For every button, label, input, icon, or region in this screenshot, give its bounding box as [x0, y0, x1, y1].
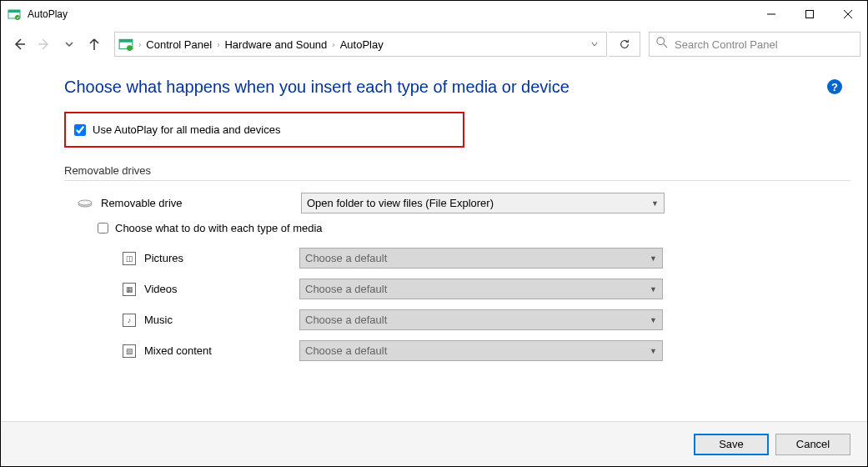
videos-icon: ▦: [123, 283, 136, 296]
back-button[interactable]: [8, 33, 31, 56]
address-dropdown[interactable]: [586, 37, 603, 52]
recent-dropdown[interactable]: [58, 33, 81, 56]
chevron-down-icon: ▼: [650, 254, 657, 263]
search-box[interactable]: [649, 32, 860, 57]
mixed-content-icon: ▧: [123, 344, 136, 358]
choose-media-type-checkbox[interactable]: [98, 223, 108, 234]
chevron-down-icon: ▼: [650, 347, 657, 355]
help-icon[interactable]: ?: [827, 79, 842, 94]
maximize-button[interactable]: [790, 1, 829, 28]
media-row-mixed: ▧ Mixed content Choose a default ▼: [123, 340, 850, 361]
cancel-button[interactable]: Cancel: [775, 434, 850, 455]
window-icon: [8, 8, 21, 21]
use-autoplay-checkbox[interactable]: [74, 124, 86, 136]
address-bar[interactable]: › Control Panel › Hardware and Sound › A…: [114, 32, 607, 57]
breadcrumb-item[interactable]: AutoPlay: [340, 38, 384, 51]
svg-line-11: [664, 44, 667, 48]
media-label: Pictures: [144, 252, 299, 264]
use-autoplay-checkbox-row[interactable]: Use AutoPlay for all media and devices: [74, 123, 454, 136]
search-icon: [656, 37, 668, 52]
media-row-pictures: ◫ Pictures Choose a default ▼: [123, 248, 850, 269]
music-select[interactable]: Choose a default ▼: [299, 309, 663, 330]
videos-select[interactable]: Choose a default ▼: [299, 279, 663, 299]
minimize-button[interactable]: [752, 1, 790, 28]
media-label: Mixed content: [144, 344, 299, 357]
chevron-down-icon: ▼: [650, 316, 657, 324]
section-removable-title: Removable drives: [64, 164, 850, 177]
svg-point-13: [78, 200, 92, 205]
svg-rect-8: [119, 39, 133, 42]
footer: Save Cancel: [1, 421, 867, 466]
nav-bar: › Control Panel › Hardware and Sound › A…: [1, 28, 867, 61]
svg-point-2: [15, 15, 20, 20]
chevron-right-icon[interactable]: ›: [332, 40, 334, 49]
use-autoplay-label: Use AutoPlay for all media and devices: [93, 123, 280, 136]
close-button[interactable]: [829, 1, 867, 28]
choose-media-type-checkbox-row[interactable]: Choose what to do with each type of medi…: [98, 222, 850, 234]
up-button[interactable]: [83, 33, 106, 56]
breadcrumb-item[interactable]: Hardware and Sound: [224, 38, 327, 51]
breadcrumb: › Control Panel › Hardware and Sound › A…: [138, 38, 586, 51]
music-icon: ♪: [123, 314, 136, 327]
search-input[interactable]: [675, 38, 853, 51]
chevron-right-icon[interactable]: ›: [138, 40, 141, 49]
chevron-right-icon[interactable]: ›: [217, 40, 219, 49]
media-label: Music: [144, 314, 299, 326]
window-title: AutoPlay: [28, 8, 752, 20]
address-icon: [118, 37, 133, 52]
chevron-down-icon: ▼: [651, 199, 659, 208]
page-heading: Choose what happens when you insert each…: [64, 78, 850, 97]
removable-drive-label: Removable drive: [101, 197, 301, 209]
media-label: Videos: [144, 283, 299, 295]
divider: [64, 180, 850, 181]
drive-icon: [78, 196, 93, 211]
chevron-down-icon: ▼: [650, 285, 657, 294]
content-scroll[interactable]: ? Choose what happens when you insert ea…: [1, 61, 867, 421]
removable-drive-select[interactable]: Open folder to view files (File Explorer…: [301, 193, 665, 213]
removable-drive-row: Removable drive Open folder to view file…: [64, 193, 850, 213]
choose-media-type-label: Choose what to do with each type of medi…: [115, 222, 323, 234]
svg-point-10: [657, 38, 665, 45]
breadcrumb-item[interactable]: Control Panel: [146, 38, 212, 51]
pictures-select[interactable]: Choose a default ▼: [299, 248, 663, 269]
media-row-music: ♪ Music Choose a default ▼: [123, 309, 850, 330]
svg-rect-4: [806, 11, 814, 18]
title-bar: AutoPlay: [1, 1, 867, 28]
pictures-icon: ◫: [123, 252, 136, 265]
media-row-videos: ▦ Videos Choose a default ▼: [123, 279, 850, 299]
mixed-select[interactable]: Choose a default ▼: [299, 340, 663, 361]
refresh-button[interactable]: [609, 32, 640, 57]
highlight-box: Use AutoPlay for all media and devices: [64, 112, 464, 148]
svg-point-9: [127, 45, 133, 51]
svg-rect-1: [8, 10, 20, 13]
save-button[interactable]: Save: [694, 434, 769, 455]
forward-button[interactable]: [33, 33, 56, 56]
